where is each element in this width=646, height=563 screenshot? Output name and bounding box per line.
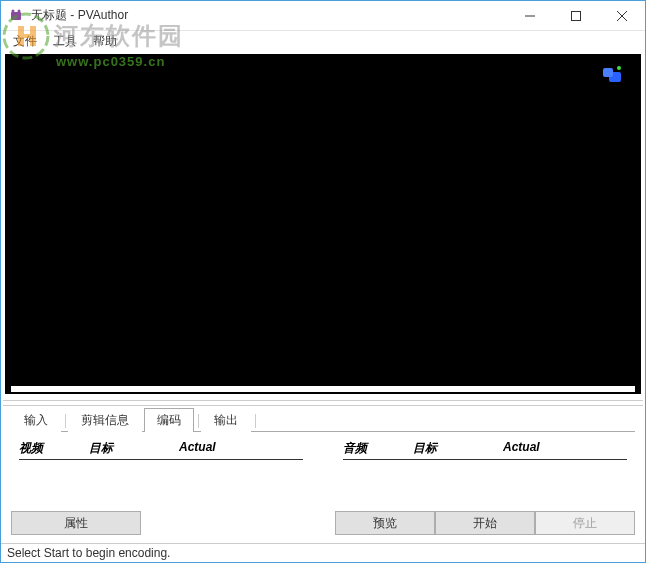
menubar: 文件 工具 帮助 (1, 31, 645, 52)
close-button[interactable] (599, 1, 645, 31)
column-headers-row: 视频 目标 Actual 音频 目标 Actual (19, 440, 627, 460)
column-target-video: 目标 (89, 440, 179, 457)
svg-rect-4 (572, 11, 581, 20)
maximize-button[interactable] (553, 1, 599, 31)
tab-input[interactable]: 输入 (11, 408, 61, 432)
titlebar: 无标题 - PVAuthor (1, 1, 645, 31)
tabs-panel: 输入 剪辑信息 编码 输出 视频 目标 Actual 音频 目标 (3, 406, 643, 507)
content-area: 输入 剪辑信息 编码 输出 视频 目标 Actual 音频 目标 (1, 52, 645, 543)
start-button[interactable]: 开始 (435, 511, 535, 535)
progress-bar[interactable] (11, 386, 635, 392)
window-title: 无标题 - PVAuthor (31, 7, 507, 24)
menu-help[interactable]: 帮助 (85, 31, 125, 52)
video-preview-panel (5, 54, 641, 394)
column-target-audio: 目标 (413, 440, 503, 457)
app-window: 无标题 - PVAuthor 文件 工具 帮助 输入 (0, 0, 646, 563)
column-video: 视频 (19, 440, 89, 457)
column-audio: 音频 (343, 440, 413, 457)
tab-separator (198, 414, 199, 428)
app-icon (9, 8, 25, 24)
tab-output[interactable]: 输出 (201, 408, 251, 432)
column-actual-video: Actual (179, 440, 303, 457)
tab-separator (255, 414, 256, 428)
menu-tools[interactable]: 工具 (45, 31, 85, 52)
encode-tab-content: 视频 目标 Actual 音频 目标 Actual (11, 432, 635, 507)
properties-button[interactable]: 属性 (11, 511, 141, 535)
tab-crop[interactable]: 剪辑信息 (68, 408, 142, 432)
preview-button[interactable]: 预览 (335, 511, 435, 535)
menu-file[interactable]: 文件 (5, 31, 45, 52)
svg-point-2 (18, 9, 21, 12)
audio-columns: 音频 目标 Actual (343, 440, 627, 460)
status-text: Select Start to begin encoding. (7, 546, 170, 560)
svg-point-9 (617, 66, 621, 70)
svg-rect-8 (603, 68, 613, 77)
statusbar: Select Start to begin encoding. (1, 543, 645, 562)
column-actual-audio: Actual (503, 440, 627, 457)
svg-rect-0 (11, 12, 21, 20)
video-columns: 视频 目标 Actual (19, 440, 303, 460)
tab-separator (65, 414, 66, 428)
minimize-button[interactable] (507, 1, 553, 31)
button-bar: 属性 预览 开始 停止 (3, 507, 643, 541)
stop-button[interactable]: 停止 (535, 511, 635, 535)
window-controls (507, 1, 645, 31)
tab-encode[interactable]: 编码 (144, 408, 194, 432)
svg-point-1 (12, 9, 15, 12)
status-indicator-icon (599, 66, 623, 86)
tab-row: 输入 剪辑信息 编码 输出 (11, 410, 635, 432)
